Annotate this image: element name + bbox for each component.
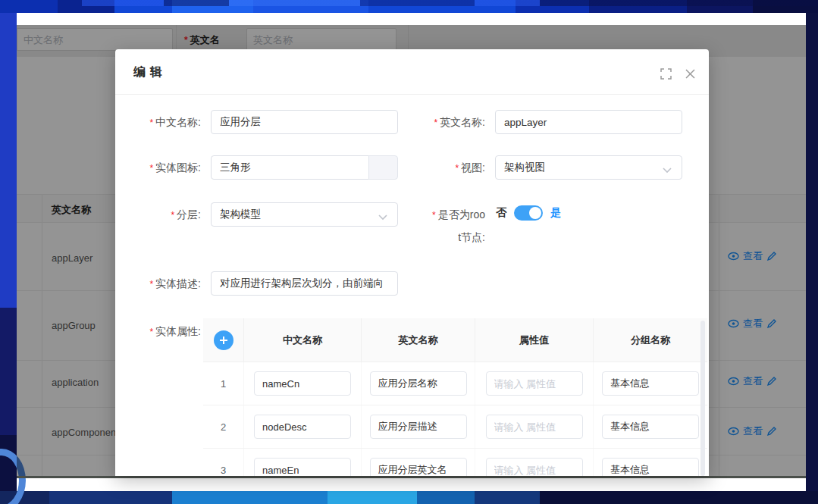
- required-asterisk: *: [149, 327, 153, 337]
- modal-en-name-input[interactable]: [495, 110, 682, 134]
- row-index: 3: [221, 465, 226, 476]
- en-name-label: *英文名称:: [394, 114, 485, 130]
- screen: *英文名 英文名称 appLayer appGroup application …: [0, 0, 818, 504]
- attr-cn-input[interactable]: [254, 458, 351, 476]
- attr-row: 1: [203, 362, 707, 405]
- decor-top-band: [0, 0, 818, 13]
- attr-table-header: 中文名称 英文名称 属性值 分组名称: [203, 318, 707, 362]
- required-asterisk: *: [149, 279, 153, 290]
- view-label: *视图:: [394, 160, 485, 176]
- attr-table: 中文名称 英文名称 属性值 分组名称 1 2 3: [203, 318, 707, 476]
- column-header-en: 英文名称: [362, 318, 475, 362]
- column-header-value: 属性值: [475, 318, 594, 362]
- attr-row: 3: [203, 449, 707, 476]
- divider: [17, 476, 806, 478]
- add-attribute-button[interactable]: [214, 330, 233, 350]
- column-header-cn: 中文名称: [244, 318, 362, 362]
- attr-value-input[interactable]: [486, 415, 583, 439]
- layer-label: *分层:: [115, 207, 201, 223]
- required-asterisk: *: [149, 163, 153, 174]
- required-asterisk: *: [434, 117, 437, 128]
- attr-row: 2: [203, 405, 707, 449]
- layer-select[interactable]: [211, 202, 398, 227]
- root-node-switch[interactable]: [514, 205, 543, 221]
- attr-value-input[interactable]: [486, 371, 583, 396]
- attr-en-input[interactable]: [370, 371, 467, 396]
- edit-modal: 编辑 *中文名称: *英文名称: *实体图标: *视图:: [115, 49, 709, 476]
- required-asterisk: *: [432, 210, 436, 221]
- modal-scrollbar[interactable]: [700, 321, 705, 476]
- required-asterisk: *: [149, 117, 153, 128]
- root-node-toggle-group: 否 是: [496, 205, 561, 221]
- modal-cn-name-input[interactable]: [211, 110, 398, 134]
- required-asterisk: *: [171, 210, 174, 221]
- toggle-on-label: 是: [550, 206, 561, 220]
- attr-group-input[interactable]: [602, 415, 699, 439]
- attr-cn-input[interactable]: [254, 415, 351, 439]
- entity-desc-label: *实体描述:: [115, 276, 201, 292]
- switch-knob: [529, 207, 541, 219]
- attr-group-input[interactable]: [602, 371, 699, 396]
- decor-bottom-band: [0, 491, 818, 504]
- root-node-label-line2: t节点:: [394, 230, 485, 245]
- close-icon[interactable]: [684, 67, 696, 80]
- attr-cn-input[interactable]: [254, 371, 351, 396]
- attr-en-input[interactable]: [370, 458, 467, 476]
- modal-header: 编辑: [115, 49, 709, 95]
- attr-en-input[interactable]: [370, 415, 467, 439]
- fullscreen-icon[interactable]: [660, 67, 672, 80]
- attr-group-input[interactable]: [602, 458, 699, 476]
- attr-value-input[interactable]: [486, 458, 583, 476]
- entity-attrs-label: *实体属性:: [115, 324, 201, 340]
- entity-icon-label: *实体图标:: [115, 160, 201, 176]
- entity-icon-input[interactable]: [211, 155, 369, 180]
- view-select[interactable]: [495, 155, 682, 180]
- decor-left-band: [0, 13, 17, 504]
- root-node-label: *是否为roo: [394, 207, 485, 223]
- row-index: 1: [221, 378, 226, 390]
- decor-right-band: [806, 13, 818, 504]
- column-header-group: 分组名称: [594, 318, 707, 362]
- modal-title: 编辑: [133, 64, 167, 80]
- cn-name-label: *中文名称:: [115, 114, 201, 130]
- required-asterisk: *: [455, 163, 459, 174]
- row-index: 2: [221, 421, 226, 433]
- entity-desc-input[interactable]: [211, 271, 398, 296]
- toggle-off-label: 否: [496, 206, 506, 220]
